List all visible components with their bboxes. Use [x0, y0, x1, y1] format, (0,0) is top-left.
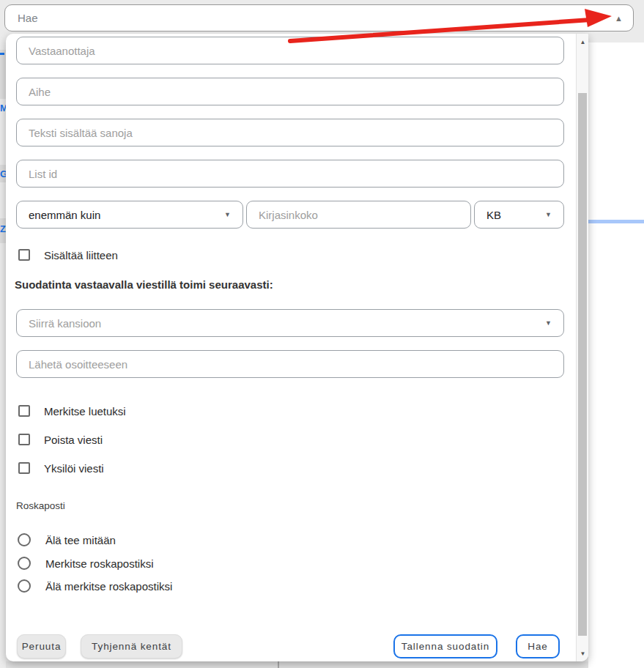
- radio-icon: [18, 579, 31, 593]
- spam-dont-mark-radio[interactable]: Älä merkitse roskapostiksi: [18, 579, 172, 593]
- checkbox-icon: [18, 249, 30, 261]
- checkbox-icon: [18, 434, 30, 445]
- search-button[interactable]: Hae: [516, 634, 560, 658]
- delete-message-checkbox[interactable]: Poista viesti: [18, 432, 103, 447]
- has-attachment-label: Sisältää liitteen: [44, 249, 118, 261]
- dedupe-message-checkbox[interactable]: Yksilöi viesti: [18, 461, 104, 475]
- size-unit-value: KB: [486, 209, 545, 221]
- caret-down-icon: ▼: [224, 212, 231, 218]
- spam-mark-label: Merkitse roskapostiksi: [45, 557, 154, 570]
- delete-message-label: Poista viesti: [44, 434, 103, 446]
- background-column-divider: [278, 661, 279, 668]
- search-input[interactable]: [18, 8, 574, 28]
- collapse-panel-caret-up-icon[interactable]: ▲: [615, 12, 623, 25]
- scroll-down-icon[interactable]: ▼: [577, 650, 589, 657]
- scrollbar-thumb[interactable]: [578, 93, 587, 636]
- panel-scrollbar[interactable]: ▲ ▼: [576, 34, 588, 661]
- move-to-folder-select[interactable]: Siirrä kansioon ▼: [16, 309, 564, 337]
- search-filter-panel: enemmän kuin ▼ KB ▼ Sisältää liitteen Su…: [6, 34, 588, 661]
- radio-icon: [18, 533, 31, 546]
- recipient-field[interactable]: [16, 37, 564, 64]
- size-value-field[interactable]: [246, 201, 471, 229]
- spam-mark-radio[interactable]: Merkitse roskapostiksi: [18, 556, 154, 571]
- mark-read-checkbox[interactable]: Merkitse luetuksi: [18, 404, 126, 418]
- list-id-field[interactable]: [16, 160, 564, 188]
- background-row-band: [0, 50, 6, 99]
- background-clipped-text: M: [0, 103, 6, 114]
- subject-field[interactable]: [16, 78, 564, 105]
- save-filter-button[interactable]: Tallenna suodatin: [393, 634, 497, 658]
- background-clipped-text: G: [0, 168, 6, 179]
- clear-fields-button[interactable]: Tyhjennä kentät: [81, 634, 182, 658]
- scroll-up-icon[interactable]: ▲: [577, 39, 589, 45]
- filter-actions-heading: Suodatinta vastaavalla viestillä toimi s…: [15, 278, 273, 291]
- screen: { "search_bar": { "placeholder": "Hae" }…: [0, 0, 644, 668]
- spam-section-label: Roskaposti: [16, 500, 65, 511]
- size-comparator-value: enemmän kuin: [29, 209, 224, 221]
- checkbox-icon: [18, 405, 30, 417]
- background-tab-underline: [0, 53, 4, 55]
- background-left-strip: M G Z: [0, 34, 6, 668]
- mark-read-label: Merkitse luetuksi: [44, 405, 126, 417]
- forward-address-field[interactable]: [16, 350, 564, 378]
- search-bar: ▲: [4, 4, 634, 31]
- spam-dont-mark-label: Älä merkitse roskapostiksi: [45, 580, 172, 593]
- spam-do-nothing-label: Älä tee mitään: [45, 534, 116, 546]
- spam-do-nothing-radio[interactable]: Älä tee mitään: [18, 532, 116, 547]
- dedupe-message-label: Yksilöi viesti: [44, 462, 104, 475]
- has-attachment-checkbox[interactable]: Sisältää liitteen: [18, 248, 118, 262]
- move-to-folder-placeholder: Siirrä kansioon: [29, 317, 545, 330]
- caret-down-icon: ▼: [545, 212, 552, 218]
- radio-icon: [18, 557, 31, 570]
- background-clipped-text: Z: [0, 223, 6, 234]
- background-highlight-line: [588, 220, 644, 223]
- background-bottom-strip: [0, 661, 588, 668]
- body-words-field[interactable]: [16, 119, 564, 146]
- caret-down-icon: ▼: [545, 320, 552, 327]
- size-unit-select[interactable]: KB ▼: [474, 201, 564, 229]
- size-comparator-select[interactable]: enemmän kuin ▼: [16, 201, 243, 229]
- cancel-button[interactable]: Peruuta: [17, 634, 66, 658]
- background-content-area: [588, 42, 644, 668]
- checkbox-icon: [18, 462, 30, 474]
